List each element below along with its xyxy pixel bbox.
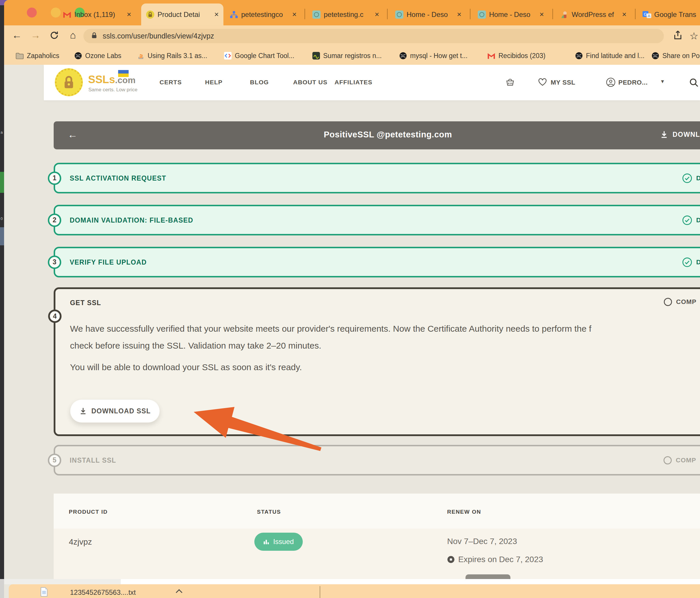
download-icon [660,130,669,139]
site-security-lock-icon[interactable] [91,32,98,41]
search-icon[interactable] [689,78,699,89]
reload-button[interactable] [48,31,61,42]
status-badge: Issued [254,533,303,551]
close-tab-icon[interactable]: × [292,10,297,19]
bookmark-sumar-registros[interactable]: Sumar registros n... [312,51,382,61]
back-arrow[interactable]: ← [68,129,78,140]
ukraine-flag-icon [118,70,129,77]
close-tab-icon[interactable]: × [215,10,219,19]
tab-product-details[interactable]: Product Detai × [141,3,223,25]
globe-dark-icon [651,52,659,60]
tab-inbox[interactable]: Inbox (1,119) × [58,3,136,25]
step-install-ssl[interactable]: 5 INSTALL SSL COMP [54,445,700,475]
step-status: D [682,257,700,267]
page-bottom-edge [4,579,700,584]
step-verify-file-upload[interactable]: 3 VERIFY FILE UPLOAD D [54,247,700,277]
background-window-fragment [0,227,4,245]
bookmark-folder-zapaholics[interactable]: Zapaholics [16,51,59,61]
step-domain-validation[interactable]: 2 DOMAIN VALIDATION: FILE-BASED D [54,205,700,235]
background-window-strip: a 0 [0,0,4,598]
step-number-badge: 2 [48,214,61,227]
forward-button[interactable]: → [29,29,42,41]
download-ssl-button[interactable]: DOWNLOAD SSL [70,399,160,423]
product-id-value: 4zjvpz [69,537,92,547]
account-name[interactable]: PEDRO... [618,79,648,86]
wordpress-site-icon [395,10,404,19]
bookmark-find-latitude[interactable]: Find latitude and l... [575,51,645,61]
chevron-down-icon[interactable]: ▼ [660,79,665,84]
download-icon [79,407,87,415]
bookmark-share-on[interactable]: Share on Po [651,51,700,61]
close-tab-icon[interactable]: × [622,10,626,19]
close-tab-icon[interactable]: × [540,10,544,19]
tab-divider [552,9,553,19]
empty-circle-icon [664,456,672,465]
bookmark-google-chart[interactable]: Google Chart Tool... [224,51,294,61]
home-button[interactable]: ⌂ [67,29,79,41]
certificate-table: PRODUCT ID STATUS RENEW ON 4zjvpz Issued… [54,494,700,584]
tab-title: Inbox (1,119) [74,10,124,19]
tab-title: WordPress ef [572,10,619,19]
tab-title: Google Trans [654,10,697,19]
tab-google-translate[interactable]: GA Google Trans [638,3,700,25]
close-tab-icon[interactable]: × [457,10,461,19]
nav-help[interactable]: HELP [205,79,223,86]
bookmark-ozone-labs[interactable]: Ozone Labs [74,51,121,61]
address-bar[interactable]: ssls.com/user/bundles/view/4zjvpz [83,29,664,43]
nav-about-us[interactable]: ABOUT US [293,79,328,86]
browser-toolbar: ← → ⌂ ssls.com/user/bundles/view/4zjvpz … [4,25,700,47]
account-icon[interactable] [606,78,616,88]
empty-circle-icon [664,298,672,306]
close-window-button[interactable] [27,7,37,18]
bookmark-mysql[interactable]: mysql - How get t... [399,51,468,61]
step-body-text: We have successfully verified that your … [70,324,592,334]
google-translate-icon: GA [643,10,651,19]
bookmark-rails[interactable]: Using Rails 3.1 as... [136,51,207,61]
step-status: COMP [664,456,696,465]
column-header-renew-on: RENEW ON [447,509,481,515]
globe-dark-icon [399,52,407,60]
nav-blog[interactable]: BLOG [250,79,269,86]
tab-wordpress[interactable]: WordPress ef × [555,3,631,25]
ssls-logo[interactable] [55,68,83,96]
nav-affiliates[interactable]: AFFILIATES [334,79,372,86]
check-circle-icon [682,215,692,225]
nav-certs[interactable]: CERTS [159,79,182,86]
my-ssl-link[interactable]: MY SSL [551,79,575,86]
tab-title: Product Detai [157,10,211,19]
step-body-text: check before issuing the SSL. Validation… [70,341,321,351]
shelf-divider [320,586,320,598]
close-tab-icon[interactable]: × [127,10,131,19]
check-circle-icon [682,173,692,183]
cart-icon[interactable] [505,78,515,88]
back-button[interactable]: ← [10,29,23,41]
tab-divider [635,9,635,19]
column-header-status: STATUS [257,509,281,515]
share-button[interactable] [673,30,683,42]
tab-petetesting[interactable]: petetesting.c × [307,3,384,25]
download-bundle-button[interactable]: DOWNL [660,130,700,139]
background-glyph: a [1,130,3,134]
tab-divider [387,9,388,19]
step-number-badge: 3 [48,255,61,269]
heart-icon[interactable] [538,78,547,88]
svg-text:A: A [648,14,650,18]
background-glyph: 0 [1,217,3,221]
bookmark-recibidos[interactable]: Recibidos (203) [488,51,545,61]
code-brackets-icon [224,52,231,60]
chevron-up-icon[interactable] [177,590,182,596]
downloaded-file-name[interactable]: 1235452675563....txt [70,589,136,597]
tab-home-2[interactable]: Home - Deso × [473,3,549,25]
person-character-icon [560,10,569,19]
tab-home-1[interactable]: Home - Deso × [390,3,466,25]
step-number-badge: 5 [48,454,61,467]
check-circle-icon [682,257,692,267]
step-ssl-activation-request[interactable]: 1 SSL ACTIVATION REQUEST D [54,163,700,193]
tab-petetestingco[interactable]: petetestingco × [225,3,301,25]
renew-on-value: Nov 7–Dec 7, 2023 [447,537,517,546]
close-tab-icon[interactable]: × [375,10,379,19]
bookmark-star-button[interactable]: ☆ [690,30,698,42]
site-header: SSLs.com Same certs. Low price CERTS HEL… [44,65,700,100]
background-window-fragment [0,579,4,598]
step-status: D [682,173,700,183]
